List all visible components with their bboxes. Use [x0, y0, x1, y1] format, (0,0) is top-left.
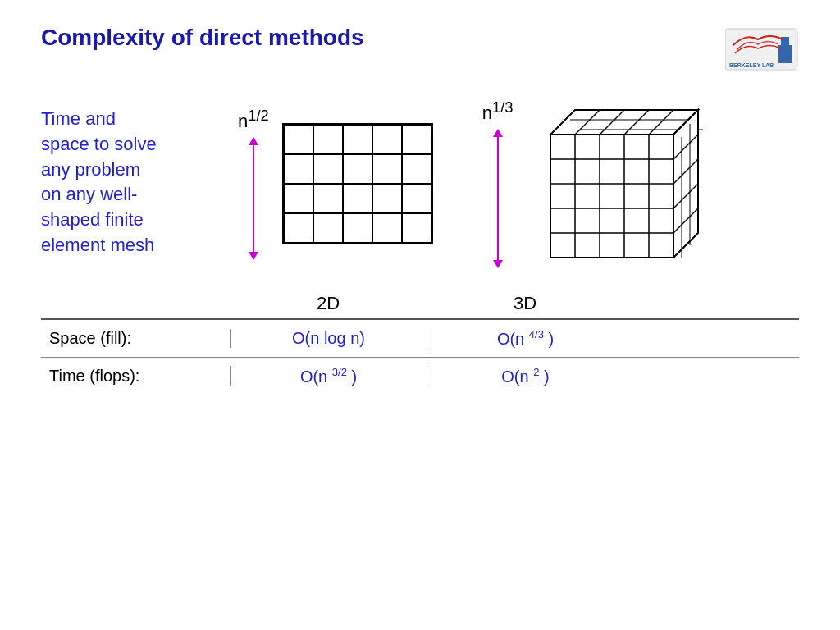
- grid-cell: [284, 213, 313, 243]
- grid-cell: [402, 213, 431, 243]
- diagram-3d: n1/3: [482, 98, 707, 268]
- th-3d: 3D: [427, 293, 623, 314]
- grid-cell: [372, 213, 402, 243]
- val-time-3d: O(n 2 ): [427, 366, 623, 386]
- val-time-2d: O(n 3/2 ): [230, 366, 427, 386]
- svg-rect-4: [550, 135, 673, 258]
- arrow-head-up-2d: [249, 137, 258, 145]
- grid-cell: [343, 184, 372, 213]
- svg-text:BERKELEY LAB: BERKELEY LAB: [729, 62, 774, 68]
- grid-cell: [313, 154, 343, 184]
- grid-cell: [284, 154, 313, 184]
- grid-cell: [372, 125, 402, 154]
- grid-cell: [343, 125, 372, 154]
- arrow-head-up-3d: [493, 129, 503, 137]
- grid-cell: [402, 154, 431, 184]
- n-label-2d: n1/2: [238, 107, 269, 132]
- grid-cell: [284, 184, 313, 213]
- diagram-2d: n1/2: [238, 107, 433, 260]
- description-text: Time and space to solve any problem on a…: [41, 107, 230, 258]
- grid-cell: [284, 125, 313, 154]
- val-space-2d: O(n log n): [230, 329, 427, 348]
- th-empty: [41, 293, 230, 314]
- th-2d: 2D: [230, 293, 427, 314]
- grid-cell: [343, 154, 372, 184]
- val-space-3d: O(n 4/3 ): [427, 328, 623, 349]
- arrow-head-down-3d: [493, 260, 503, 268]
- grid-cell: [313, 125, 343, 154]
- grid-cell: [313, 184, 343, 213]
- n-label-3d: n1/3: [482, 98, 514, 124]
- table-header: 2D 3D: [41, 293, 799, 314]
- content-area: Time and space to solve any problem on a…: [41, 90, 799, 268]
- grid-cell: [402, 125, 431, 154]
- table-row-space: Space (fill): O(n log n) O(n 4/3 ): [41, 320, 799, 358]
- grid-cell: [402, 184, 431, 213]
- table-row-time: Time (flops): O(n 3/2 ) O(n 2 ): [41, 358, 799, 395]
- label-space: Space (fill):: [41, 329, 230, 348]
- complexity-table: 2D 3D Space (fill): O(n log n) O(n 4/3 )…: [41, 293, 799, 394]
- cube-3d: [526, 102, 706, 266]
- grid-cell: [372, 154, 402, 184]
- page-title: Complexity of direct methods: [41, 25, 364, 51]
- grid-cell: [372, 184, 402, 213]
- label-time: Time (flops):: [41, 367, 230, 386]
- arrow-line-3d: [497, 137, 499, 260]
- berkeley-lab-logo: BERKELEY LAB: [725, 25, 799, 74]
- header: Complexity of direct methods BERKELEY LA…: [41, 25, 799, 74]
- svg-marker-20: [673, 110, 698, 258]
- svg-marker-13: [550, 110, 698, 135]
- grid-2d: [282, 123, 433, 244]
- grid-cell: [343, 213, 372, 243]
- grid-cell: [313, 213, 343, 243]
- diagrams-area: n1/2: [238, 98, 706, 268]
- arrow-head-down-2d: [249, 252, 258, 260]
- arrow-line-2d: [253, 145, 254, 252]
